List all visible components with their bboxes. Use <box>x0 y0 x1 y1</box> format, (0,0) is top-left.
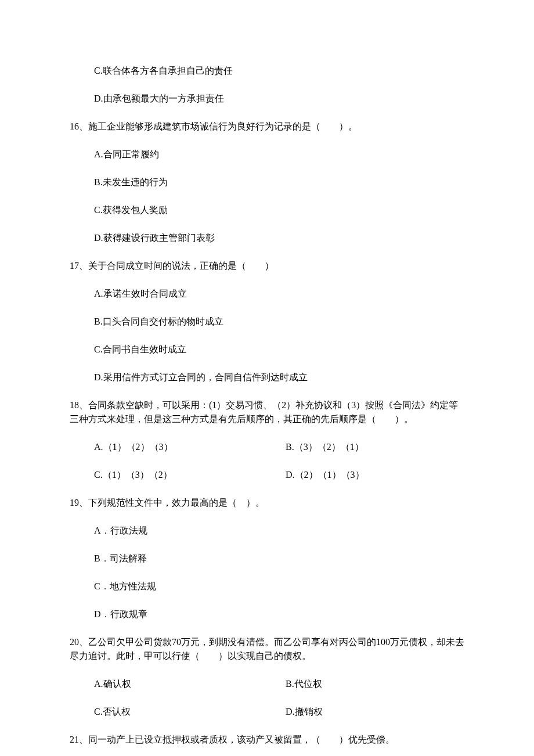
q19-option-c: C．地方性法规 <box>94 579 464 593</box>
q16-option-d: D.获得建设行政主管部门表彰 <box>94 231 464 245</box>
q20-stem: 20、乙公司欠甲公司货款70万元，到期没有清偿。而乙公司享有对丙公司的100万元… <box>70 635 464 663</box>
q16-option-c: C.获得发包人奖励 <box>94 203 464 217</box>
q16-stem: 16、施工企业能够形成建筑市场诚信行为良好行为记录的是（ ）。 <box>70 120 464 134</box>
q17-option-d: D.采用信件方式订立合同的，合同自信件到达时成立 <box>94 370 464 384</box>
q18-option-a: A.（1）（2）（3） <box>94 440 286 454</box>
q16-option-a: A.合同正常履约 <box>94 147 464 161</box>
q20-option-b: B.代位权 <box>286 677 464 691</box>
q17-option-a: A.承诺生效时合同成立 <box>94 287 464 301</box>
q15-option-c: C.联合体各方各自承担自己的责任 <box>94 64 464 78</box>
q19-option-d: D．行政规章 <box>94 607 464 621</box>
q18-option-row-2: C.（1）（3）（2） D.（2）（1）（3） <box>94 468 464 482</box>
document-page: C.联合体各方各自承担自己的责任 D.由承包额最大的一方承担责任 16、施工企业… <box>0 0 534 756</box>
q16-option-b: B.未发生违的行为 <box>94 175 464 189</box>
q18-stem: 18、合同条款空缺时，可以采用：(1）交易习惯、（2）补充协议和（3）按照《合同… <box>70 398 464 426</box>
q18-option-d: D.（2）（1）（3） <box>286 468 464 482</box>
q17-option-c: C.合同书自生效时成立 <box>94 343 464 357</box>
q19-option-b: B．司法解释 <box>94 552 464 566</box>
q20-option-row-1: A.确认权 B.代位权 <box>94 677 464 691</box>
q20-option-c: C.否认权 <box>94 705 286 719</box>
q18-option-b: B.（3）（2）（1） <box>286 440 464 454</box>
q15-option-d: D.由承包额最大的一方承担责任 <box>94 92 464 106</box>
q20-option-row-2: C.否认权 D.撤销权 <box>94 705 464 719</box>
q18-option-c: C.（1）（3）（2） <box>94 468 286 482</box>
q18-option-row-1: A.（1）（2）（3） B.（3）（2）（1） <box>94 440 464 454</box>
q17-stem: 17、关于合同成立时间的说法，正确的是（ ） <box>70 259 464 273</box>
q20-option-a: A.确认权 <box>94 677 286 691</box>
q19-stem: 19、下列规范性文件中，效力最高的是（ ）。 <box>70 496 464 510</box>
q20-option-d: D.撤销权 <box>286 705 464 719</box>
q19-option-a: A．行政法规 <box>94 524 464 538</box>
q17-option-b: B.口头合同自交付标的物时成立 <box>94 315 464 329</box>
q21-stem: 21、同一动产上已设立抵押权或者质权，该动产又被留置，（ ）优先受偿。 <box>70 733 464 747</box>
